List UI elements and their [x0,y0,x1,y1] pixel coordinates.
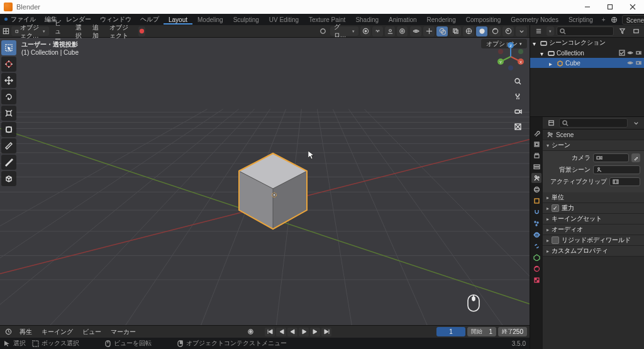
timeline-menu-view[interactable]: ビュー [79,327,105,336]
workspace-shading[interactable]: Shading [350,15,384,25]
snap-dropdown[interactable] [385,26,396,36]
outliner-new-collection[interactable] [630,26,641,36]
tool-rotate[interactable] [1,89,16,104]
camera-field[interactable] [593,153,629,162]
workspace-render[interactable]: Rendering [422,15,461,25]
shading-wireframe[interactable] [463,26,474,36]
ptab-tool[interactable] [531,128,541,138]
ptab-output[interactable] [531,150,541,160]
workspace-comp[interactable]: Compositing [461,15,506,25]
ptab-data[interactable] [531,252,541,262]
tool-cursor[interactable] [1,57,16,72]
close-button[interactable] [621,0,644,14]
start-frame-field[interactable]: 開始1 [467,327,496,336]
overlays-toggle[interactable] [436,26,448,36]
workspace-layout[interactable]: Layout [164,15,192,25]
view3d-menu-view[interactable]: ビュー [51,26,70,36]
prev-key-button[interactable] [276,328,286,336]
record-icon[interactable] [138,26,145,36]
shading-material[interactable] [489,26,501,36]
play-button[interactable] [299,328,309,336]
object-visibility-icon[interactable] [410,26,421,36]
jump-start-button[interactable] [265,328,275,336]
transform-orientation-dropdown[interactable]: グロ…▾ [330,26,358,36]
ptab-material[interactable] [531,263,541,274]
autokey-toggle[interactable] [245,327,256,337]
shading-dropdown[interactable] [516,26,527,36]
xray-toggle[interactable] [450,26,461,36]
rigid-checkbox[interactable] [552,236,559,244]
end-frame-field[interactable]: 終了250 [498,327,527,336]
jump-end-button[interactable] [321,328,331,336]
outliner-search[interactable] [557,26,614,36]
snap-toggle[interactable] [372,26,383,36]
zoom-icon[interactable] [512,75,523,87]
tool-measure[interactable] [1,155,16,170]
editor-type-icon[interactable] [3,26,9,36]
active-clip-field[interactable] [609,177,640,186]
timeline-menu-marker[interactable]: マーカー [107,327,140,336]
interaction-mode-dropdown[interactable]: オブジェク…▾ [11,26,49,36]
outliner-editor-icon[interactable] [533,26,544,36]
ptab-render[interactable] [531,139,541,149]
active-object-cube[interactable] [238,147,308,230]
outliner-display-mode[interactable]: ▾ [547,26,554,36]
view3d-menu-select[interactable]: 選択 [72,26,87,36]
properties-options-icon[interactable] [630,118,641,128]
ptab-texture[interactable] [531,275,541,285]
outliner-collection[interactable]: ▾ Collection [530,48,644,58]
orientation-icon[interactable] [318,26,328,36]
pivot-dropdown[interactable] [360,26,371,36]
current-frame-field[interactable]: 1 [436,327,465,336]
perspective-toggle-icon[interactable] [512,121,523,132]
tool-select-box[interactable] [1,40,16,55]
outliner-scene-collection[interactable]: ▾ シーンコレクション [530,38,644,48]
minimize-button[interactable] [576,0,599,14]
tool-transform[interactable] [1,122,16,137]
view3d-viewport[interactable]: オプション▾ [0,38,530,325]
workspace-script[interactable]: Scripting [564,15,598,25]
tool-add-cube[interactable] [1,171,16,186]
view3d-menu-object[interactable]: オブジェクト [106,26,136,36]
camera-eyedropper[interactable] [631,153,640,162]
timeline-menu-playback[interactable]: 再生 [16,327,36,336]
view3d-menu-add[interactable]: 追加 [89,26,104,36]
ptab-viewlayer[interactable] [531,162,541,172]
ptab-physics[interactable] [531,230,541,240]
ptab-world[interactable] [531,184,541,194]
properties-editor-icon[interactable] [545,118,557,128]
play-reverse-button[interactable] [287,328,297,336]
maximize-button[interactable] [599,0,621,14]
ptab-object[interactable] [531,196,541,206]
tool-annotate[interactable] [1,138,16,153]
scene-browse-icon[interactable] [609,15,619,24]
tool-scale[interactable] [1,106,16,121]
timeline-menu-keying[interactable]: キーイング [38,327,77,336]
properties-context-path[interactable]: Scene [543,130,644,140]
outliner-object-cube[interactable]: ▸ Cube [530,58,644,68]
workspace-add-button[interactable]: + [598,15,609,25]
workspace-sculpting[interactable]: Sculpting [228,15,264,25]
workspace-anim[interactable]: Animation [384,15,421,25]
move-view-icon[interactable] [512,91,523,102]
shading-rendered[interactable] [502,26,514,36]
proportional-edit-toggle[interactable] [397,26,408,36]
ptab-scene[interactable] [531,173,541,183]
menu-help[interactable]: ヘルプ [136,14,164,25]
shading-solid[interactable] [476,26,487,36]
ptab-constraints[interactable] [531,241,541,251]
outliner-filter-icon[interactable] [616,26,628,36]
workspace-uv[interactable]: UV Editing [264,15,304,25]
workspace-modeling[interactable]: Modeling [192,15,228,25]
timeline-editor-icon[interactable] [3,327,14,337]
camera-view-icon[interactable] [512,106,523,117]
gravity-checkbox[interactable] [552,204,559,212]
workspace-geonodes[interactable]: Geometry Nodes [506,15,564,25]
bg-scene-field[interactable] [593,165,640,174]
properties-search[interactable] [559,118,628,128]
ptab-modifiers[interactable] [531,207,541,217]
scene-name-field[interactable]: Scene [622,15,644,25]
ptab-particles[interactable] [531,218,541,228]
tool-move[interactable] [1,73,16,88]
gizmo-dropdown[interactable] [423,26,435,36]
